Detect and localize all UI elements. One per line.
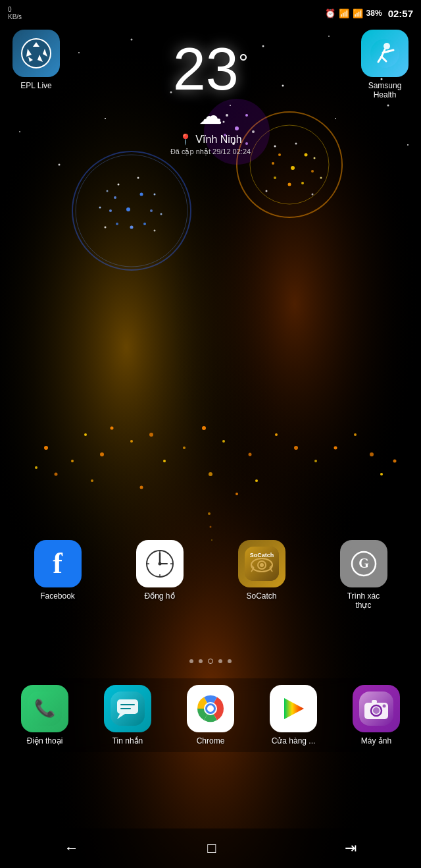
- status-bar: 0 KB/s ⏰ 📶 📶 38% 02:57: [0, 0, 421, 26]
- kb-indicator: 0: [8, 6, 22, 13]
- svg-point-28: [140, 193, 143, 196]
- messages-icon: [104, 685, 151, 732]
- svg-line-107: [388, 50, 393, 51]
- svg-point-45: [252, 130, 255, 133]
- svg-point-5: [76, 155, 187, 267]
- svg-point-102: [384, 43, 390, 49]
- epl-icon: [12, 30, 60, 77]
- svg-point-63: [266, 190, 268, 192]
- svg-point-80: [275, 433, 278, 436]
- socatch-icon: SoCatch: [238, 540, 285, 587]
- app-samsung-health[interactable]: Samsung Health: [359, 30, 411, 99]
- epl-label: EPL Live: [20, 81, 52, 90]
- svg-point-29: [150, 209, 153, 212]
- svg-point-31: [130, 226, 134, 229]
- svg-point-57: [272, 162, 274, 165]
- camera-label: Máy ảnh: [361, 736, 391, 746]
- back-button[interactable]: ←: [58, 833, 86, 863]
- chrome-icon: [187, 685, 234, 732]
- phone-label: Điện thoại: [27, 736, 63, 746]
- svg-point-78: [222, 440, 225, 443]
- clock-label: Đồng hồ: [144, 591, 174, 601]
- svg-point-7: [250, 125, 329, 204]
- svg-point-41: [107, 190, 109, 192]
- svg-point-52: [305, 153, 308, 157]
- svg-point-66: [55, 473, 58, 476]
- weather-location: Vĩnh Ninh: [195, 134, 241, 146]
- clock-icon: [136, 540, 184, 587]
- svg-text:SoCatch: SoCatch: [249, 552, 274, 558]
- svg-point-82: [314, 460, 317, 462]
- weather-widget: 23 ° ☁ 📍 Vĩnh Ninh Đã cập nhật 29/12 02:…: [170, 40, 251, 156]
- app-chrome[interactable]: Chrome: [184, 685, 237, 746]
- app-messages[interactable]: Tin nhắn: [101, 685, 154, 746]
- svg-point-35: [137, 177, 139, 179]
- svg-point-67: [84, 433, 87, 436]
- svg-point-60: [314, 157, 316, 159]
- svg-point-61: [320, 177, 322, 179]
- svg-point-91: [208, 512, 210, 515]
- battery-indicator: 38%: [366, 9, 382, 18]
- svg-point-6: [237, 112, 342, 217]
- app-epl-live[interactable]: EPL Live: [10, 30, 62, 99]
- app-clock[interactable]: Đồng hồ: [134, 540, 186, 610]
- svg-point-39: [105, 227, 107, 229]
- main-apps-row: f Facebook Đồng hồ: [0, 540, 421, 610]
- svg-point-85: [370, 452, 374, 456]
- app-facebook[interactable]: f Facebook: [32, 540, 84, 610]
- svg-point-90: [255, 479, 258, 482]
- phone-icon: 📞: [21, 685, 68, 732]
- status-left: 0 KB/s: [8, 6, 22, 20]
- svg-point-88: [209, 472, 212, 476]
- play-store-label: Cửa hàng ...: [272, 736, 316, 746]
- samsung-health-icon: [361, 30, 409, 77]
- weather-temperature: 23: [173, 40, 239, 99]
- svg-point-86: [380, 473, 383, 475]
- svg-point-79: [249, 453, 252, 456]
- facebook-icon: f: [34, 540, 82, 587]
- svg-point-50: [291, 166, 295, 170]
- svg-point-34: [118, 184, 120, 186]
- page-indicator: [0, 659, 421, 664]
- svg-point-54: [301, 182, 304, 184]
- svg-point-73: [149, 433, 153, 437]
- svg-point-68: [100, 452, 104, 456]
- app-phone[interactable]: 📞 Điện thoại: [18, 685, 71, 746]
- authenticator-label: Trình xác thực: [347, 591, 380, 610]
- svg-point-83: [334, 447, 337, 450]
- svg-text:G: G: [359, 556, 369, 570]
- svg-point-101: [370, 39, 399, 68]
- svg-point-65: [71, 460, 74, 462]
- svg-point-72: [130, 440, 133, 443]
- app-play-store[interactable]: Cửa hàng ...: [267, 685, 320, 746]
- alarm-icon: ⏰: [325, 9, 335, 18]
- app-socatch[interactable]: SoCatch SoCatch: [235, 540, 288, 610]
- svg-rect-147: [372, 700, 377, 703]
- svg-point-33: [109, 209, 112, 212]
- app-authenticator[interactable]: G Trình xác thực: [337, 540, 390, 610]
- svg-point-64: [44, 446, 48, 450]
- page-dot-2: [199, 659, 203, 663]
- weather-updated: Đã cập nhật 29/12 02:24: [170, 148, 251, 156]
- svg-point-27: [114, 196, 116, 199]
- socatch-label: SoCatch: [246, 591, 276, 601]
- svg-point-26: [126, 207, 130, 211]
- facebook-label: Facebook: [40, 591, 75, 601]
- degree-symbol: °: [239, 49, 248, 77]
- samsung-health-label: Samsung Health: [359, 81, 411, 99]
- svg-point-17: [19, 131, 20, 132]
- svg-point-121: [260, 563, 264, 567]
- svg-point-146: [373, 707, 380, 714]
- svg-point-70: [35, 466, 37, 469]
- svg-point-84: [354, 433, 357, 436]
- recent-button[interactable]: ⇥: [338, 833, 363, 863]
- home-button[interactable]: □: [201, 833, 222, 863]
- svg-point-36: [154, 194, 156, 196]
- app-camera[interactable]: Máy ảnh: [350, 685, 403, 746]
- svg-text:📞: 📞: [34, 697, 56, 719]
- location-pin-icon: 📍: [179, 133, 192, 146]
- svg-point-71: [111, 427, 114, 430]
- svg-point-38: [154, 230, 156, 232]
- page-dot-4: [228, 659, 232, 663]
- signal-icon: 📶: [353, 9, 363, 18]
